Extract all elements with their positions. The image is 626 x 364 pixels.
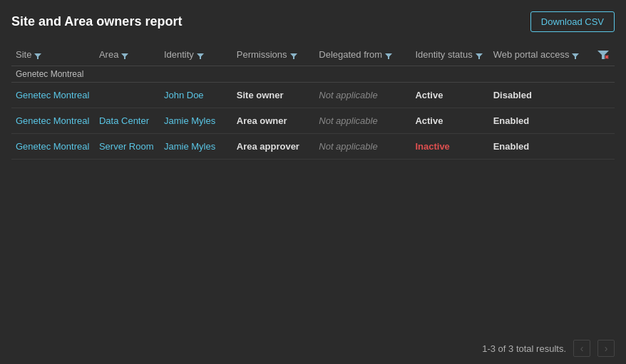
download-csv-button[interactable]: Download CSV xyxy=(530,11,615,32)
col-header-identity: Identity xyxy=(160,43,232,66)
page-title: Site and Area owners report xyxy=(11,14,182,29)
svg-marker-2 xyxy=(197,53,204,59)
web-portal-filter-icon[interactable] xyxy=(572,51,579,58)
cell-identity-status-3: Inactive xyxy=(411,134,488,160)
cell-permissions-3: Area approver xyxy=(232,134,315,160)
site-group-row: Genetec Montreal xyxy=(11,66,615,83)
owners-table: Site Area xyxy=(11,43,615,160)
cell-clear-2 xyxy=(593,108,615,134)
table-row: Genetec Montreal John Doe Site owner Not… xyxy=(11,83,615,108)
cell-area-1 xyxy=(95,83,160,108)
delegated-filter-icon[interactable] xyxy=(385,51,392,58)
col-header-identity-status: Identity status xyxy=(411,43,488,66)
cell-identity-status-1: Active xyxy=(411,83,488,108)
cell-web-portal-2: Enabled xyxy=(489,108,594,134)
results-text: 1-3 of 3 total results. xyxy=(482,343,566,354)
identity-link-2[interactable]: Jamie Myles xyxy=(164,115,215,126)
cell-identity-3: Jamie Myles xyxy=(160,134,232,160)
cell-permissions-1: Site owner xyxy=(232,83,315,108)
footer-row: 1-3 of 3 total results. ‹ › xyxy=(11,331,615,364)
cell-identity-1: John Doe xyxy=(160,83,232,108)
page: Site and Area owners report Download CSV… xyxy=(0,0,626,364)
prev-page-button[interactable]: ‹ xyxy=(573,340,590,357)
col-header-area: Area xyxy=(95,43,160,66)
cell-area-3: Server Room xyxy=(95,134,160,160)
cell-delegated-3: Not applicable xyxy=(314,134,411,160)
cell-identity-status-2: Active xyxy=(411,108,488,134)
identity-status-filter-icon[interactable] xyxy=(476,51,483,58)
cell-identity-2: Jamie Myles xyxy=(160,108,232,134)
site-filter-icon[interactable] xyxy=(34,51,41,58)
next-page-button[interactable]: › xyxy=(597,340,615,357)
svg-marker-3 xyxy=(290,53,297,59)
table-row: Genetec Montreal Data Center Jamie Myles… xyxy=(11,108,615,134)
table-row: Genetec Montreal Server Room Jamie Myles… xyxy=(11,134,615,160)
col-header-site: Site xyxy=(11,43,95,66)
svg-marker-0 xyxy=(34,53,41,59)
cell-permissions-2: Area owner xyxy=(232,108,315,134)
site-link-1[interactable]: Genetec Montreal xyxy=(16,90,89,100)
svg-marker-6 xyxy=(572,53,579,59)
svg-marker-1 xyxy=(121,53,128,59)
header-row: Site and Area owners report Download CSV xyxy=(11,11,615,32)
cell-web-portal-1: Disabled xyxy=(489,83,594,108)
identity-link-1[interactable]: John Doe xyxy=(164,90,204,100)
table-header-row: Site Area xyxy=(11,43,615,66)
site-link-2[interactable]: Genetec Montreal xyxy=(16,115,89,126)
site-link-3[interactable]: Genetec Montreal xyxy=(16,141,89,152)
identity-link-3[interactable]: Jamie Myles xyxy=(164,141,215,152)
cell-site-3: Genetec Montreal xyxy=(11,134,95,160)
area-link-2[interactable]: Data Center xyxy=(99,115,149,126)
cell-area-2: Data Center xyxy=(95,108,160,134)
svg-marker-4 xyxy=(385,53,392,59)
cell-site-1: Genetec Montreal xyxy=(11,83,95,108)
cell-site-2: Genetec Montreal xyxy=(11,108,95,134)
clear-all-filters-icon[interactable] xyxy=(597,50,609,60)
permissions-filter-icon[interactable] xyxy=(290,51,297,58)
col-header-web-portal-access: Web portal access xyxy=(489,43,594,66)
area-filter-icon[interactable] xyxy=(121,51,128,58)
identity-filter-icon[interactable] xyxy=(197,51,204,58)
cell-web-portal-3: Enabled xyxy=(489,134,594,160)
cell-clear-1 xyxy=(593,83,615,108)
cell-clear-3 xyxy=(593,134,615,160)
svg-marker-5 xyxy=(476,53,483,59)
col-header-clear-filters xyxy=(593,43,615,66)
col-header-delegated-from: Delegated from xyxy=(314,43,411,66)
cell-delegated-1: Not applicable xyxy=(314,83,411,108)
table-container: Site Area xyxy=(11,43,615,331)
col-header-permissions: Permissions xyxy=(232,43,315,66)
area-link-3[interactable]: Server Room xyxy=(99,141,154,152)
cell-delegated-2: Not applicable xyxy=(314,108,411,134)
